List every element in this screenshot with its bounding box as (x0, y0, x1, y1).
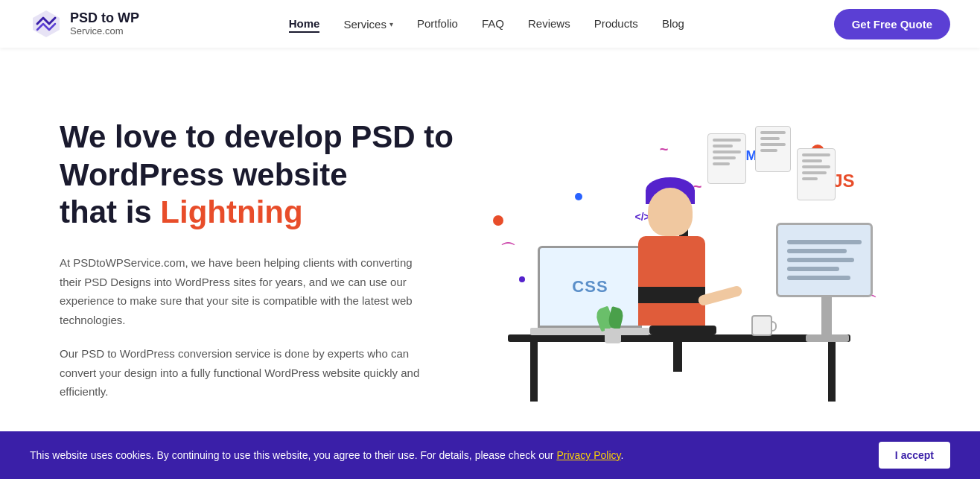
floating-doc-3 (797, 148, 836, 200)
nav-blog-link[interactable]: Blog (662, 17, 684, 30)
nav-faq-link[interactable]: FAQ (482, 17, 504, 30)
nav-products[interactable]: Products (594, 17, 638, 31)
dot-blue-2 (519, 276, 525, 282)
navbar: PSD to WP Service.com Home Services ▾ Po… (0, 0, 980, 48)
nav-reviews-link[interactable]: Reviews (528, 17, 570, 30)
chair-seat (649, 326, 716, 334)
chair-leg (673, 327, 682, 372)
nav-portfolio-link[interactable]: Portfolio (417, 17, 458, 30)
cookie-banner: This website uses cookies. By continuing… (0, 431, 980, 472)
privacy-policy-link[interactable]: Privacy Policy (556, 449, 620, 461)
hero-content: We love to develop PSD to WordPress webs… (60, 118, 454, 416)
hero-title: We love to develop PSD to WordPress webs… (60, 118, 454, 231)
cookie-text: This website uses cookies. By continuing… (30, 449, 856, 461)
nav-portfolio[interactable]: Portfolio (417, 17, 458, 31)
hero-section: We love to develop PSD to WordPress webs… (0, 48, 980, 472)
monitor-neck (821, 297, 832, 334)
floating-doc-2 (755, 126, 791, 172)
hero-title-line1: We love to develop PSD to (60, 119, 454, 154)
nav-services[interactable]: Services ▾ (343, 18, 393, 31)
monitor-screen (776, 223, 873, 297)
person-body (638, 236, 705, 326)
hero-title-highlight: Lightning (160, 194, 302, 229)
nav-faq[interactable]: FAQ (482, 17, 504, 31)
plant (597, 299, 627, 343)
logo-icon (30, 7, 63, 40)
get-free-quote-button[interactable]: Get Free Quote (834, 9, 950, 39)
squiggle-4: ~ (660, 141, 669, 158)
mug (751, 315, 772, 336)
logo-line1: PSD to WP (70, 11, 139, 26)
dot-blue-1 (575, 193, 582, 200)
desk-leg-right (828, 334, 836, 402)
person-head (648, 188, 693, 236)
hero-desc1: At PSDtoWPService.com, we have been help… (60, 253, 432, 329)
laptop-base (530, 328, 649, 335)
person-waistband (638, 287, 705, 303)
monitor-lines (781, 234, 868, 286)
monitor-stand (806, 334, 849, 342)
plant-pot (605, 329, 621, 343)
floating-doc-1 (707, 133, 746, 184)
desk-leg-left (530, 334, 538, 402)
squiggle-2: ⌒ (500, 240, 515, 260)
nav-services-link[interactable]: Services ▾ (343, 18, 393, 31)
mug-handle (771, 321, 777, 332)
nav-home[interactable]: Home (289, 17, 320, 31)
nav-reviews[interactable]: Reviews (528, 17, 570, 31)
cookie-accept-button[interactable]: I accept (879, 442, 950, 469)
plant-leaf2 (607, 306, 626, 330)
logo-text: PSD to WP Service.com (70, 11, 139, 37)
hero-title-line3: that is (60, 194, 160, 229)
nav-blog[interactable]: Blog (662, 17, 684, 31)
logo[interactable]: PSD to WP Service.com (30, 7, 139, 40)
hero-desc2: Our PSD to WordPress conversion service … (60, 344, 432, 402)
js-label: JS (833, 171, 854, 191)
illustration-container: ~ ⌒ ⌒ ~ HTML JS CSS </> (478, 104, 895, 431)
hero-title-line2: WordPress website (60, 157, 348, 192)
nav-links: Home Services ▾ Portfolio FAQ Reviews Pr… (289, 17, 684, 31)
nav-products-link[interactable]: Products (594, 17, 638, 30)
chevron-down-icon: ▾ (389, 20, 393, 28)
hero-illustration: ~ ⌒ ⌒ ~ HTML JS CSS </> (454, 96, 920, 439)
logo-line2: Service.com (70, 26, 139, 37)
dot-red-1 (493, 215, 503, 226)
nav-home-link[interactable]: Home (289, 17, 320, 33)
